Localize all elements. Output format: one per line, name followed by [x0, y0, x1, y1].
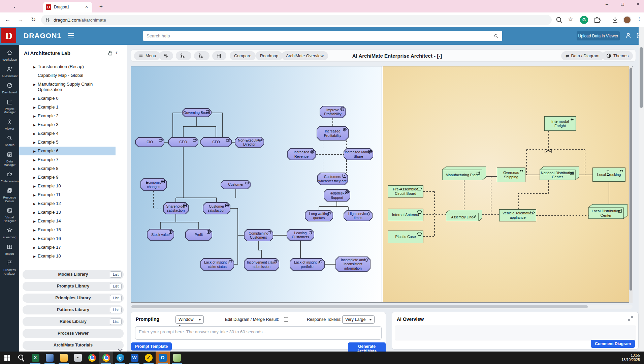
taskbar-app[interactable] — [85, 352, 99, 364]
taskbar-app[interactable]: e — [113, 352, 127, 364]
node-internal-antenna[interactable]: Internal Antenna — [388, 209, 423, 221]
canvas-horizontal-scrollbar[interactable] — [131, 305, 633, 309]
node-intermodal-freight[interactable]: Intermodal Freight — [544, 116, 576, 131]
library-row[interactable]: Process Viewer — [23, 329, 124, 338]
window-maximize-icon[interactable]: □ — [619, 1, 626, 7]
taskbar-app[interactable]: O — [156, 352, 170, 364]
data-diagram-button[interactable]: ⇄ Data / Diagram — [561, 51, 604, 60]
logistics-view[interactable]: Intermodal Freight Manufacturing Plant O… — [383, 66, 629, 302]
dragon1-logo[interactable]: D — [1, 28, 16, 43]
tree-item-example[interactable]: ▶ Example 14 — [19, 217, 116, 225]
expand-arrow-icon[interactable]: ▶ — [33, 201, 36, 207]
node-national-distribution-center[interactable]: National Distribution Center — [540, 166, 579, 180]
library-row[interactable]: Models Library List — [23, 270, 124, 279]
expand-arrow-icon[interactable]: ▶ — [33, 96, 36, 101]
rail-item[interactable]: Search — [0, 135, 19, 147]
expand-arrow-icon[interactable]: ▶ — [33, 140, 36, 145]
comment-diagram-button[interactable]: Comment Diagram — [591, 340, 635, 348]
node-leaving-customers[interactable]: Leaving Customers — [287, 229, 314, 241]
rail-item[interactable]: Workplace — [0, 50, 19, 62]
rail-item[interactable]: Business Analyzer — [0, 260, 19, 275]
tab-search-icon[interactable]: ⌄ — [11, 3, 18, 10]
profile-avatar[interactable] — [623, 16, 631, 24]
library-list-button[interactable]: List — [110, 295, 122, 301]
node-incomplete-info[interactable]: Incomplete and inconsistent information — [335, 256, 371, 272]
node-local-distribution-center[interactable]: Local Distribution Center — [588, 204, 627, 219]
rail-item[interactable]: AI Assistant — [0, 66, 19, 78]
rail-item[interactable]: Viewer — [0, 119, 19, 131]
node-profit[interactable]: Profit — [185, 229, 212, 241]
tree-item-example[interactable]: ▶ Example 7 — [19, 155, 116, 164]
node-ceo[interactable]: CEO — [168, 137, 198, 147]
expand-arrow-icon[interactable]: ▶ — [33, 236, 36, 242]
tree-item-example[interactable]: ▶ Example 9 — [19, 173, 116, 182]
library-list-button[interactable]: List — [110, 271, 122, 278]
extensions-puzzle-icon[interactable] — [593, 16, 602, 24]
hierarchy-button[interactable] — [176, 51, 191, 60]
downloads-icon[interactable] — [611, 16, 619, 24]
node-manufacturing-plant[interactable]: Manufacturing Plant — [442, 166, 486, 180]
node-governing-board[interactable]: Governing Board — [182, 108, 212, 117]
rail-item[interactable]: Dashboard — [0, 82, 19, 94]
node-assembly-line[interactable]: Assembly Line — [446, 210, 482, 221]
taskbar-app[interactable] — [42, 352, 57, 364]
rail-item[interactable]: Data Manager — [0, 151, 19, 167]
back-icon[interactable]: ← — [3, 15, 13, 25]
taskbar-app[interactable]: X — [28, 352, 42, 364]
expand-arrow-icon[interactable]: ▶ — [33, 254, 36, 259]
tree-item[interactable]: ▶ Manufacturing Supply Chain Optimizatio… — [19, 80, 116, 94]
library-row[interactable]: Patterns Library List — [23, 305, 124, 314]
hamburger-menu-icon[interactable] — [68, 33, 74, 38]
tree-item-example[interactable]: ▶ Example 13 — [19, 208, 116, 217]
expand-arrow-icon[interactable]: ▶ — [33, 192, 36, 198]
response-tokens-select[interactable]: Very Large — [342, 315, 375, 324]
library-row[interactable]: Prompts Library List — [23, 282, 124, 291]
tree-item-example[interactable]: ▶ Example 16 — [19, 234, 116, 243]
tree-item-example[interactable]: ▶ Example 15 — [19, 225, 116, 234]
node-increased-market-share[interactable]: Increased Market Share — [344, 148, 373, 160]
tree-item-example[interactable]: ▶ Example 18 — [19, 252, 116, 261]
library-row[interactable]: Rules Library List — [23, 317, 124, 326]
window-close-icon[interactable]: × — [635, 1, 641, 7]
tree-item-example[interactable]: ▶ Example 4 — [19, 129, 116, 138]
tree-item-example[interactable]: ▶ Example 11 — [19, 190, 116, 199]
node-increased-profitability[interactable]: Increased Profitability — [317, 126, 349, 141]
help-search[interactable] — [143, 31, 502, 41]
node-customer[interactable]: Customer — [221, 180, 251, 189]
tree-item-example[interactable]: ▶ Example 12 — [19, 199, 116, 208]
expand-arrow-icon[interactable]: ▶ — [33, 105, 36, 110]
expand-arrow-icon[interactable]: ▶ — [33, 184, 36, 189]
node-pre-assembled-circuit-board[interactable]: Pre-Assembled Circuit Board — [388, 185, 423, 198]
node-customer-satisfaction[interactable]: Customer satisfaction — [203, 202, 230, 214]
tree-item-example[interactable]: ▶ Example 10 — [19, 182, 116, 190]
browser-tab[interactable]: D Dragon1 × — [43, 2, 92, 12]
node-local-trucking[interactable]: Local Trucking — [592, 168, 625, 182]
taskbar-app[interactable]: ~ — [71, 352, 85, 364]
reload-icon[interactable]: ↻ — [28, 15, 38, 25]
tree-item-example[interactable]: ▶ Example 3 — [19, 120, 116, 129]
compare-button[interactable]: Compare — [230, 51, 256, 60]
themes-button[interactable]: Themes — [602, 51, 633, 60]
taskbar-app[interactable]: W — [127, 352, 141, 364]
taskbar-app[interactable]: ✓ — [141, 352, 156, 364]
node-lack-portfolio[interactable]: Lack of insight in portfolio — [290, 258, 325, 271]
motivation-view[interactable]: Governing Board CIO CEO CFO Non-Executiv… — [131, 66, 382, 302]
hierarchy-alt-button[interactable] — [194, 51, 210, 60]
node-plastic-case[interactable]: Plastic Case — [388, 231, 423, 243]
expand-arrow-icon[interactable]: ▶ — [33, 149, 36, 154]
canvas-vertical-scrollbar[interactable] — [629, 67, 633, 303]
taskbar-app[interactable] — [170, 352, 184, 364]
library-row[interactable]: ArchiMate Tutorials — [23, 341, 124, 350]
expand-arrow-icon[interactable]: ▶ — [33, 157, 36, 163]
tree-item[interactable]: ▶ Capability Map - Global — [19, 71, 116, 80]
taskbar-app[interactable] — [14, 352, 28, 364]
grammarly-icon[interactable]: G — [580, 16, 588, 24]
forward-icon[interactable]: → — [15, 15, 26, 25]
expand-icon[interactable] — [627, 315, 634, 322]
edit-merge-checkbox[interactable] — [284, 317, 288, 322]
filter-button[interactable] — [212, 51, 226, 60]
expand-arrow-icon[interactable]: ▶ — [33, 64, 36, 70]
node-helpdesk-support[interactable]: Helpdesk Support — [324, 189, 350, 202]
upload-data-button[interactable]: Upload Data in Viewer — [577, 31, 620, 40]
node-customers-wherever[interactable]: Customers wherever they are — [317, 173, 348, 185]
